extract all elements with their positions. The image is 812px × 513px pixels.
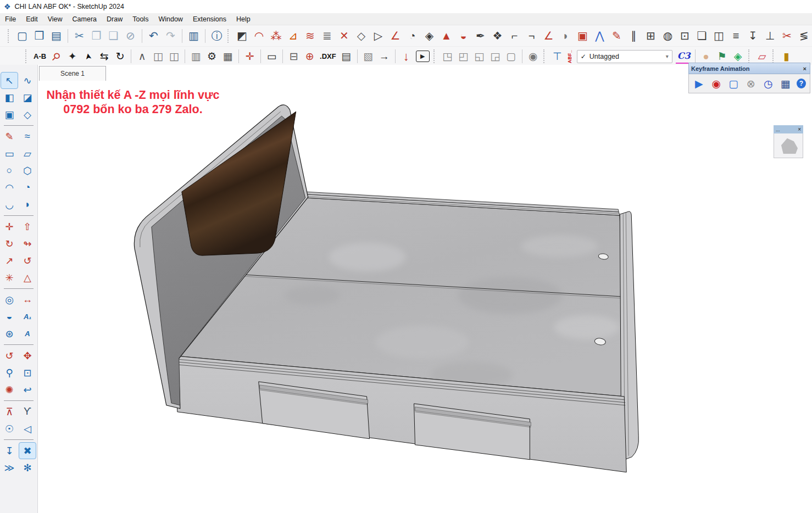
marker-pen-icon[interactable]: ✒ xyxy=(472,27,489,44)
pushpin-page-icon[interactable]: ◩ xyxy=(233,27,251,44)
menu-item[interactable]: Window xyxy=(153,14,187,24)
view-front-icon[interactable]: ◰ xyxy=(455,49,471,64)
zoom-tool[interactable]: ⚲ xyxy=(1,364,18,381)
axes-compass-tool[interactable]: ⊛ xyxy=(1,325,18,342)
lasso-select-tool[interactable]: ∿ xyxy=(19,72,36,89)
select-cursor-icon[interactable]: ➤ xyxy=(79,47,97,65)
menu-item[interactable]: Tools xyxy=(127,14,153,24)
footing-icon[interactable]: ⊥ xyxy=(761,27,778,44)
sail-icon[interactable]: ⋀ xyxy=(591,27,608,44)
kf-film-icon[interactable]: ▦ xyxy=(780,77,792,90)
rotated-rectangle-tool[interactable]: ▱ xyxy=(19,145,36,162)
new-document-icon[interactable]: ▢ xyxy=(14,27,31,44)
rectangle-icon[interactable]: ▭ xyxy=(264,49,280,64)
print-layout-icon[interactable]: ▤ xyxy=(338,49,354,64)
offset-tool[interactable]: ↺ xyxy=(19,252,36,269)
undo-icon[interactable]: ↶ xyxy=(145,27,162,44)
pie-tool[interactable]: ◔ xyxy=(19,179,36,196)
rectangle-tool[interactable]: ▭ xyxy=(1,145,18,162)
menu-item[interactable]: View xyxy=(43,14,68,24)
abf-settings-tool[interactable]: ✻ xyxy=(19,459,36,476)
view-back-icon[interactable]: ◲ xyxy=(487,49,503,64)
columns-icon[interactable]: ∥ xyxy=(625,27,642,44)
previous-view-tool[interactable]: ↩ xyxy=(19,381,36,398)
tag-filter-dropdown[interactable]: ✓ Untagged ▾ xyxy=(577,50,672,63)
menu-item[interactable]: Help xyxy=(231,14,255,24)
band-box-icon[interactable]: ▣ xyxy=(574,27,591,44)
kf-select-frame-icon[interactable]: ▢ xyxy=(727,77,740,90)
screw-down-icon[interactable]: ↧ xyxy=(744,27,761,44)
dxf-label[interactable]: .DXF xyxy=(318,49,338,64)
chest-icon[interactable]: ▮ xyxy=(778,49,794,64)
orbit-tool[interactable]: ↺ xyxy=(1,347,18,364)
kf-record-icon[interactable]: ◉ xyxy=(710,77,723,90)
rotate-tool[interactable]: ↻ xyxy=(1,235,18,252)
info-icon[interactable]: ⓘ xyxy=(208,27,225,44)
material-swatch-icon[interactable] xyxy=(780,137,798,154)
axis-cut-icon[interactable]: ✕ xyxy=(336,27,353,44)
scene-tab[interactable]: Scene 1 xyxy=(39,66,106,81)
play-export-icon[interactable]: ▶ xyxy=(416,51,430,62)
corner-trim2-icon[interactable]: ¬ xyxy=(523,27,540,44)
angle-dim-icon[interactable]: ∠ xyxy=(540,27,557,44)
flip-icon[interactable]: ⇆ xyxy=(96,49,112,64)
polyline-points-icon[interactable]: ⁂ xyxy=(268,27,285,44)
dimension-tool[interactable]: ↔ xyxy=(19,291,36,308)
position-camera-tool[interactable]: ⊼ xyxy=(1,403,18,420)
door-panel-icon[interactable]: ◫ xyxy=(710,27,727,44)
red-scissor-icon[interactable]: ✂ xyxy=(778,27,796,44)
redo-icon[interactable]: ↷ xyxy=(162,27,179,44)
protractor-tool[interactable]: ◒ xyxy=(1,308,18,325)
abf-quantify-tool[interactable]: ✖ xyxy=(19,442,36,459)
scale-tool[interactable]: ↗ xyxy=(1,252,18,269)
circle-tool[interactable]: ○ xyxy=(1,162,18,179)
copy-icon[interactable]: ❐ xyxy=(88,27,105,44)
flip-along-tool[interactable]: △ xyxy=(19,269,36,286)
two-point-arc-tool[interactable]: ◠ xyxy=(1,179,18,196)
move-tool[interactable]: ✛ xyxy=(1,218,18,235)
menu-item[interactable]: Draw xyxy=(102,14,127,24)
fold-face-icon[interactable]: ⊿ xyxy=(285,27,302,44)
save-icon[interactable]: ▤ xyxy=(48,27,65,44)
report-table-icon[interactable]: ▦ xyxy=(220,49,236,64)
panel-joint2-icon[interactable]: ◫ xyxy=(166,49,182,64)
red-pen-icon[interactable]: ✎ xyxy=(608,27,625,44)
view-side-icon[interactable]: ◱ xyxy=(471,49,487,64)
cut-icon[interactable]: ✂ xyxy=(71,27,88,44)
close-icon[interactable]: × xyxy=(802,65,808,72)
view-top-icon[interactable]: ▢ xyxy=(503,49,519,64)
follow-me-tool[interactable]: ↬ xyxy=(19,235,36,252)
wedge-icon[interactable]: ▲ xyxy=(438,27,455,44)
open-icon[interactable]: ❒ xyxy=(31,27,48,44)
ghost-polygon-icon[interactable]: ◇ xyxy=(353,27,370,44)
ring-columns-icon[interactable]: ◍ xyxy=(659,27,676,44)
text-tool[interactable]: A₁ xyxy=(19,308,36,325)
gem-tool-icon[interactable]: ◈ xyxy=(730,49,746,64)
ball-pin-icon[interactable]: ❖ xyxy=(489,27,506,44)
menu-item[interactable]: Camera xyxy=(68,14,102,24)
sync-icon[interactable]: ↻ xyxy=(112,49,128,64)
three-point-arc-tool[interactable]: ◡ xyxy=(1,196,18,213)
falling-blocks-icon[interactable]: ⊡ xyxy=(676,27,693,44)
tube-bend-icon[interactable]: ◒ xyxy=(455,27,472,44)
line-tool[interactable]: ✎ xyxy=(1,128,18,145)
curve-fair-icon[interactable]: ◗ xyxy=(557,27,574,44)
collapsed-panel-header[interactable]: ... × xyxy=(774,125,803,133)
kf-cancel-icon[interactable]: ⊗ xyxy=(745,77,758,90)
look-around-tool[interactable]: ☉ xyxy=(1,420,18,437)
arc-plus-icon[interactable]: ◠ xyxy=(251,27,268,44)
menu-item[interactable]: Extensions xyxy=(188,14,231,24)
curic-logo-icon[interactable]: C3 xyxy=(676,49,692,64)
cutlist-columns-icon[interactable]: ▥ xyxy=(188,49,204,64)
kf-timer-icon[interactable]: ◷ xyxy=(762,77,775,90)
box-diamond-icon[interactable]: ◈ xyxy=(421,27,438,44)
panel-joint-icon[interactable]: ◫ xyxy=(150,49,166,64)
fold-book-icon[interactable]: ∧ xyxy=(134,49,150,64)
settings-gear-icon[interactable]: ⚙ xyxy=(204,49,220,64)
axes-3d-tool[interactable]: ✳ xyxy=(1,269,18,286)
import-component-tool[interactable]: ↧ xyxy=(1,442,18,459)
model-viewport[interactable]: Scene 1 Nhận thiết kế A -Z mọi lĩnh vực … xyxy=(38,65,812,513)
export-box-icon[interactable]: ▧ xyxy=(360,49,376,64)
field-of-view-tool[interactable]: ◁ xyxy=(19,420,36,437)
walk-tool[interactable]: ϒ xyxy=(19,403,36,420)
